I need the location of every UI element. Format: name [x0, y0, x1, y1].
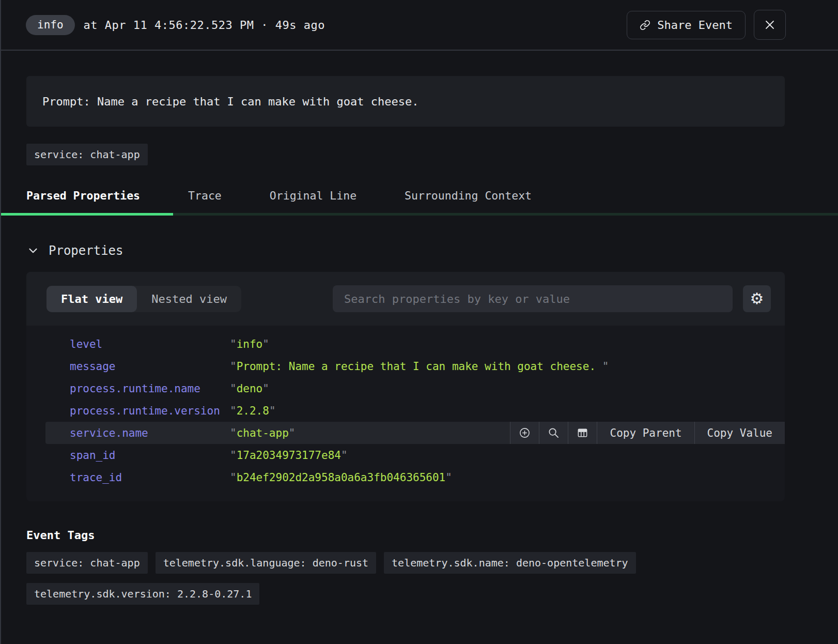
property-key: message — [70, 360, 230, 373]
event-timestamp: at Apr 11 4:56:22.523 PM · 49s ago — [84, 19, 325, 32]
property-key: level — [70, 338, 230, 350]
property-value: b24ef2902d2a958a0a6a3fb046365601 — [230, 471, 452, 484]
properties-card: Flat view Nested view ⚙ level info messa… — [26, 272, 785, 501]
event-message-text: Prompt: Name a recipe that I can make wi… — [42, 95, 418, 108]
property-row[interactable]: process.runtime.name deno — [45, 377, 785, 400]
active-tab-indicator — [1, 213, 173, 216]
add-filter-button[interactable] — [510, 422, 539, 444]
tab-surrounding-context[interactable]: Surrounding Context — [405, 189, 532, 202]
row-actions-toolbar: Copy Parent Copy Value — [510, 422, 785, 444]
property-value: Prompt: Name a recipe that I can make wi… — [230, 360, 609, 373]
event-tags-title: Event Tags — [26, 529, 785, 542]
property-key: span_id — [70, 449, 230, 462]
close-icon — [764, 19, 776, 31]
view-toggle-group: Flat view Nested view — [46, 286, 241, 312]
property-value: 17a2034973177e84 — [230, 449, 348, 462]
close-button[interactable] — [754, 10, 786, 40]
plus-circle-icon — [519, 427, 531, 439]
event-message-preview: Prompt: Name a recipe that I can make wi… — [26, 76, 785, 127]
search-icon — [548, 427, 560, 439]
property-key: trace_id — [70, 471, 230, 484]
event-tag-chip[interactable]: telemetry.sdk.version: 2.2.8-0.27.1 — [26, 583, 259, 605]
search-properties-input[interactable] — [333, 285, 733, 312]
event-tags-list: service: chat-app telemetry.sdk.language… — [26, 552, 785, 605]
properties-section-toggle[interactable]: Properties — [26, 243, 123, 258]
property-row[interactable]: process.runtime.version 2.2.8 — [45, 400, 785, 422]
property-value: 2.2.8 — [230, 405, 276, 417]
chevron-down-icon — [26, 244, 40, 257]
property-row-hovered[interactable]: service.name chat-app — [45, 422, 785, 444]
property-key: process.runtime.name — [70, 382, 230, 395]
property-row[interactable]: level info — [45, 333, 785, 355]
tab-original-line[interactable]: Original Line — [270, 189, 356, 202]
property-key: process.runtime.version — [70, 405, 230, 417]
properties-toolbar: Flat view Nested view ⚙ — [26, 272, 785, 326]
event-tag-chip[interactable]: telemetry.sdk.name: deno-opentelemetry — [384, 552, 636, 574]
level-badge: info — [26, 15, 75, 35]
share-event-label: Share Event — [657, 19, 733, 32]
gear-icon: ⚙ — [750, 291, 764, 306]
property-value: chat-app — [230, 427, 295, 439]
property-row[interactable]: span_id 17a2034973177e84 — [45, 444, 785, 466]
properties-section-title: Properties — [49, 243, 123, 258]
properties-rows: level info message Prompt: Name a recipe… — [26, 326, 785, 501]
nested-view-button[interactable]: Nested view — [137, 286, 241, 312]
link-icon — [640, 20, 650, 30]
property-value: deno — [230, 382, 269, 395]
property-row[interactable]: trace_id b24ef2902d2a958a0a6a3fb04636560… — [45, 466, 785, 488]
event-tag-chip[interactable]: telemetry.sdk.language: deno-rust — [156, 552, 376, 574]
property-row[interactable]: message Prompt: Name a recipe that I can… — [45, 355, 785, 377]
event-detail-header: info at Apr 11 4:56:22.523 PM · 49s ago … — [1, 0, 838, 51]
table-icon — [577, 427, 588, 439]
service-tag-chip[interactable]: service: chat-app — [26, 144, 148, 165]
copy-value-button[interactable]: Copy Value — [694, 422, 785, 444]
settings-button[interactable]: ⚙ — [743, 285, 771, 312]
copy-parent-button[interactable]: Copy Parent — [597, 422, 694, 444]
event-tag-chip[interactable]: service: chat-app — [26, 552, 148, 574]
property-key: service.name — [70, 427, 230, 439]
detail-tabs: Parsed Properties Trace Original Line Su… — [1, 189, 838, 216]
tab-trace[interactable]: Trace — [188, 189, 222, 202]
share-event-button[interactable]: Share Event — [627, 11, 746, 39]
search-value-button[interactable] — [539, 422, 568, 444]
tab-parsed-properties[interactable]: Parsed Properties — [26, 189, 140, 202]
property-value: info — [230, 338, 269, 350]
flat-view-button[interactable]: Flat view — [46, 286, 137, 312]
add-column-button[interactable] — [568, 422, 597, 444]
